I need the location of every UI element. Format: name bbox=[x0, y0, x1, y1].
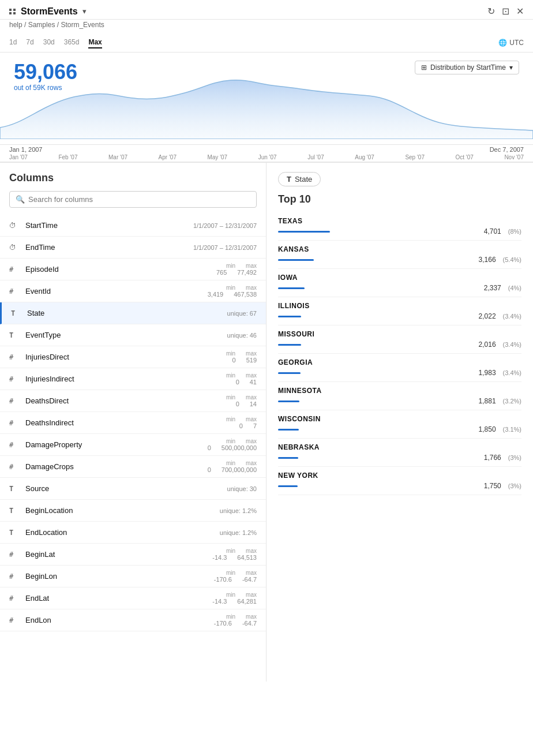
col-max-val: 700,000,000 bbox=[222, 466, 257, 473]
col-min-val: -14.3 bbox=[212, 598, 227, 605]
time-opt-1d[interactable]: 1d bbox=[9, 37, 17, 48]
col-min-val: -170.6 bbox=[214, 620, 232, 627]
axis-oct: Oct '07 bbox=[456, 154, 474, 160]
col-max-val: 14 bbox=[250, 401, 257, 407]
col-name: DamageCrops bbox=[25, 462, 208, 471]
top10-pct: (3.2%) bbox=[503, 398, 521, 405]
col-min-val: -14.3 bbox=[212, 554, 227, 561]
col-min-label: min bbox=[226, 613, 235, 620]
close-icon[interactable]: ✕ bbox=[516, 6, 524, 17]
column-row-eventid[interactable]: # EventId min max 3,419 467,538 bbox=[0, 280, 266, 302]
col-type-icon: T bbox=[9, 331, 21, 339]
chart-axis: Jan '07 Feb '07 Mar '07 Apr '07 May '07 … bbox=[0, 153, 533, 162]
top10-count: 1,766 bbox=[484, 454, 501, 462]
search-input[interactable] bbox=[28, 195, 250, 204]
col-meta-unique: unique: 30 bbox=[227, 485, 257, 492]
top10-bar-row: 3,166 (5.4%) bbox=[278, 256, 521, 264]
top10-list: TEXAS 4,701 (8%) KANSAS 3,166 (5.4%) IOW… bbox=[278, 212, 521, 495]
column-row-episodeid[interactable]: # EpisodeId min max 765 77,492 bbox=[0, 259, 266, 280]
column-row-injuriesindirect[interactable]: # InjuriesIndirect min max 0 41 bbox=[0, 368, 266, 390]
top10-name: TEXAS bbox=[278, 217, 521, 225]
col-max-label: max bbox=[246, 570, 257, 576]
top10-count: 1,750 bbox=[484, 482, 501, 490]
top10-pct: (3%) bbox=[508, 454, 521, 461]
top10-bar bbox=[278, 401, 299, 402]
col-name: EpisodeId bbox=[25, 265, 216, 274]
column-row-beginlat[interactable]: # BeginLat min max -14.3 64,513 bbox=[0, 544, 266, 566]
top10-count: 2,337 bbox=[484, 284, 501, 292]
col-type-icon: T bbox=[9, 485, 21, 493]
col-meta-unique: unique: 1.2% bbox=[220, 529, 257, 536]
column-row-source[interactable]: T Source unique: 30 bbox=[0, 478, 266, 500]
state-tag[interactable]: T State bbox=[278, 172, 321, 186]
top10-bar-row: 2,022 (3.4%) bbox=[278, 312, 521, 320]
top10-bar bbox=[278, 259, 314, 261]
col-max-val: 64,513 bbox=[237, 554, 257, 561]
column-row-beginlocation[interactable]: T BeginLocation unique: 1.2% bbox=[0, 500, 266, 522]
col-max-val: 500,000,000 bbox=[222, 444, 257, 451]
col-max-label: max bbox=[246, 285, 257, 291]
col-min-val: 0 bbox=[208, 466, 211, 473]
time-filter-bar: 1d 7d 30d 365d Max 🌐 UTC bbox=[0, 33, 533, 53]
col-meta-minmax: min max 3,419 467,538 bbox=[208, 285, 257, 298]
col-max-label: max bbox=[246, 350, 257, 357]
col-name: EventId bbox=[25, 287, 208, 295]
col-max-label: max bbox=[246, 416, 257, 422]
col-name: InjuriesDirect bbox=[25, 353, 226, 361]
search-box[interactable]: 🔍 bbox=[9, 191, 257, 208]
column-row-endtime[interactable]: ⏱ EndTime 1/1/2007 – 12/31/2007 bbox=[0, 237, 266, 259]
column-row-endlat[interactable]: # EndLat min max -14.3 64,281 bbox=[0, 587, 266, 609]
top10-item-illinois: ILLINOIS 2,022 (3.4%) bbox=[278, 297, 521, 325]
col-min-val: 0 bbox=[236, 401, 239, 407]
col-min-label: min bbox=[226, 592, 235, 598]
search-icon: 🔍 bbox=[16, 195, 25, 204]
column-row-state[interactable]: T State unique: 67 bbox=[0, 302, 266, 324]
time-opt-7d[interactable]: 7d bbox=[26, 37, 33, 48]
breadcrumb: help / Samples / Storm_Events bbox=[0, 20, 533, 33]
top10-name: WISCONSIN bbox=[278, 415, 521, 423]
axis-jul: Jul '07 bbox=[307, 154, 324, 160]
col-meta-minmax: min max -14.3 64,281 bbox=[212, 592, 257, 605]
refresh-icon[interactable]: ↻ bbox=[487, 6, 495, 17]
timezone-label: UTC bbox=[509, 39, 524, 47]
time-opt-max[interactable]: Max bbox=[88, 37, 102, 48]
time-opt-30d[interactable]: 30d bbox=[43, 37, 55, 48]
col-min-val: 0 bbox=[236, 379, 239, 386]
top10-bar bbox=[278, 344, 301, 346]
top10-name: MISSOURI bbox=[278, 330, 521, 338]
column-row-deathsdirect[interactable]: # DeathsDirect min max 0 14 bbox=[0, 390, 266, 412]
column-row-injuriesdirect[interactable]: # InjuriesDirect min max 0 519 bbox=[0, 346, 266, 368]
time-opt-365d[interactable]: 365d bbox=[64, 37, 80, 48]
top10-name: NEBRASKA bbox=[278, 443, 521, 451]
column-row-damagecrops[interactable]: # DamageCrops min max 0 700,000,000 bbox=[0, 456, 266, 478]
column-row-starttime[interactable]: ⏱ StartTime 1/1/2007 – 12/31/2007 bbox=[0, 215, 266, 237]
col-type-icon: ⏱ bbox=[9, 222, 21, 230]
column-row-endlon[interactable]: # EndLon min max -170.6 -64.7 bbox=[0, 609, 266, 631]
col-max-label: max bbox=[246, 372, 257, 379]
col-meta-minmax: min max 765 77,492 bbox=[216, 263, 257, 276]
column-row-damageproperty[interactable]: # DamageProperty min max 0 500,000,000 bbox=[0, 434, 266, 456]
utc-label: 🌐 UTC bbox=[498, 39, 524, 47]
column-row-endlocation[interactable]: T EndLocation unique: 1.2% bbox=[0, 522, 266, 544]
top10-pct: (4%) bbox=[508, 285, 521, 291]
col-meta-minmax: min max -170.6 -64.7 bbox=[214, 613, 257, 627]
dropdown-chevron[interactable]: ▾ bbox=[82, 7, 87, 16]
col-name: EndTime bbox=[25, 243, 193, 252]
col-name: Source bbox=[25, 484, 227, 493]
col-max-label: max bbox=[246, 263, 257, 269]
column-row-eventtype[interactable]: T EventType unique: 46 bbox=[0, 324, 266, 346]
top10-item-georgia: GEORGIA 1,983 (3.4%) bbox=[278, 354, 521, 382]
top10-bar bbox=[278, 287, 305, 289]
column-row-deathsindirect[interactable]: # DeathsIndirect min max 0 7 bbox=[0, 412, 266, 434]
column-row-beginlon[interactable]: # BeginLon min max -170.6 -64.7 bbox=[0, 566, 266, 587]
top10-bar bbox=[278, 429, 299, 431]
col-type-icon: ⏱ bbox=[9, 244, 21, 252]
col-max-val: 41 bbox=[250, 379, 257, 386]
top10-name: ILLINOIS bbox=[278, 302, 521, 310]
col-max-label: max bbox=[246, 460, 257, 466]
col-meta-minmax: min max 0 7 bbox=[226, 416, 257, 429]
expand-icon[interactable]: ⊡ bbox=[502, 6, 509, 17]
axis-sep: Sep '07 bbox=[405, 154, 425, 160]
col-max-val: 519 bbox=[246, 357, 257, 364]
chart-date-end: Dec 7, 2007 bbox=[490, 146, 524, 153]
